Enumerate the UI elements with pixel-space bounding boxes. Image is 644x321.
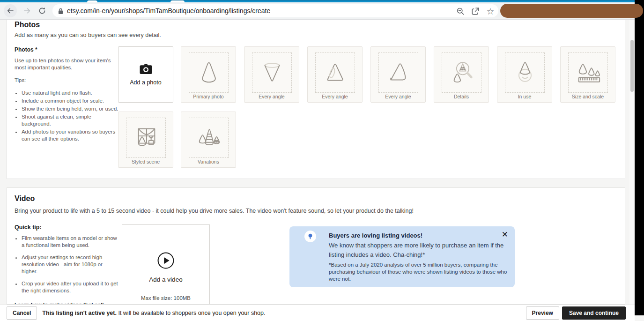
zoom-out-icon[interactable] — [455, 6, 466, 17]
callout-body: We know that shoppers are more likely to… — [329, 241, 513, 260]
tip-item: Crop your video after you upload it to g… — [22, 280, 118, 294]
preview-button[interactable]: Preview — [526, 306, 559, 320]
listing-status-notice: This listing isn't active yet. It will b… — [42, 310, 526, 316]
inverted-cone-icon — [259, 59, 286, 86]
add-photo-label: Add a photo — [130, 79, 161, 86]
notice-bold: This listing isn't active yet. — [42, 310, 117, 316]
tilted-cone-icon — [322, 59, 349, 86]
add-video-button[interactable]: Add a video Max file size: 100MB — [122, 224, 210, 305]
cancel-button[interactable]: Cancel — [7, 306, 37, 320]
side-cone-icon — [385, 59, 412, 86]
video-help-column: Quick tip: Film wearable items on a mode… — [15, 224, 118, 305]
browser-window: etsy.com/in-en/your/shops/TimTamBoutique… — [0, 0, 644, 321]
styled-scene-icon — [133, 124, 160, 151]
close-icon[interactable]: ✕ — [502, 231, 508, 239]
photo-placeholder-tile: Details — [434, 46, 489, 103]
photo-placeholder-tile: Every angle — [307, 46, 363, 103]
scrollbar-thumb[interactable] — [630, 40, 634, 92]
video-section: Video Bring your product to life with a … — [7, 187, 625, 305]
back-button[interactable] — [4, 4, 17, 17]
footer-bar: Cancel This listing isn't active yet. It… — [0, 305, 635, 321]
photos-subheading: Add as many as you can so buyers can see… — [15, 32, 161, 38]
photo-placeholder-tile: In use — [497, 46, 552, 103]
details-magnifier-icon — [448, 59, 475, 86]
video-callout: Buyers are loving listing videos! We kno… — [289, 226, 515, 287]
callout-footnote: *Based on a July 2020 analysis of over 5… — [329, 261, 510, 283]
tip-item: Use natural light and no flash. — [22, 90, 118, 97]
add-video-label: Add a video — [149, 276, 182, 283]
callout-title: Buyers are loving listing videos! — [329, 232, 422, 239]
photo-placeholder-tile: Styled scene — [118, 112, 173, 168]
lock-icon — [58, 7, 63, 15]
play-icon — [157, 252, 175, 269]
photo-placeholder-tile: Variations — [181, 112, 236, 168]
reload-icon — [38, 7, 46, 15]
notice-rest: It will be available to shoppers once yo… — [117, 310, 266, 316]
forward-arrow-icon — [23, 7, 31, 15]
learn-videos-link[interactable]: Learn how to make videos that sell — [15, 301, 104, 305]
photos-tips-list: Use natural light and no flash. Include … — [15, 90, 118, 142]
scrollbar[interactable] — [629, 20, 635, 305]
url-text: etsy.com/in-en/your/shops/TimTamBoutique… — [67, 7, 270, 15]
photo-placeholder-tile: Size and scale — [560, 46, 615, 103]
in-use-face-icon — [511, 59, 539, 86]
tip-item: Adjust your settings to record high reso… — [22, 254, 118, 275]
screen-edge — [635, 0, 644, 315]
save-and-continue-button[interactable]: Save and continue — [562, 306, 626, 320]
address-bar[interactable]: etsy.com/in-en/your/shops/TimTamBoutique… — [52, 4, 498, 17]
bookmark-star-icon[interactable]: ☆ — [485, 6, 496, 17]
tip-item: Include a common object for scale. — [22, 97, 118, 105]
share-icon[interactable] — [470, 6, 481, 17]
redacted-profile-area — [500, 4, 643, 18]
lightbulb-icon — [304, 231, 316, 242]
tip-item: Show the item being held, worn, or used. — [22, 105, 118, 112]
add-photo-button[interactable]: Add a photo — [118, 46, 173, 103]
tip-item: Shoot against a clean, simple background… — [22, 113, 118, 127]
photo-placeholder-tile: Every angle — [244, 46, 299, 103]
video-tips-list: Film wearable items on a model or show a… — [15, 235, 118, 294]
photos-help-column: Photos * Use up to ten photos to show yo… — [15, 46, 118, 143]
max-file-size: Max file size: 100MB — [141, 295, 191, 301]
forward-button[interactable] — [21, 4, 34, 17]
photo-placeholder-tile: Every angle — [370, 46, 426, 103]
back-arrow-icon — [6, 7, 15, 15]
photo-placeholder-tile: Primary photo — [181, 46, 236, 103]
photos-tips-label: Tips: — [15, 77, 118, 84]
camera-icon — [140, 64, 152, 75]
photos-heading: Photos — [15, 21, 40, 29]
primary-photo-cone-icon — [195, 59, 222, 86]
video-subheading: Bring your product to life with a 5 to 1… — [15, 208, 414, 214]
photos-field-label: Photos * — [15, 46, 118, 54]
variations-cones-icon — [195, 124, 222, 151]
photos-section: Photos Add as many as you can so buyers … — [7, 20, 625, 179]
size-scale-icon — [575, 59, 602, 86]
photos-field-description: Use up to ten photos to show your item's… — [15, 57, 118, 71]
video-tip-label: Quick tip: — [15, 224, 118, 231]
tip-item: Film wearable items on a model or show a… — [22, 235, 118, 249]
reload-button[interactable] — [36, 4, 49, 17]
tip-item: Add photos to your variations so buyers … — [22, 128, 118, 142]
video-heading: Video — [15, 194, 35, 203]
